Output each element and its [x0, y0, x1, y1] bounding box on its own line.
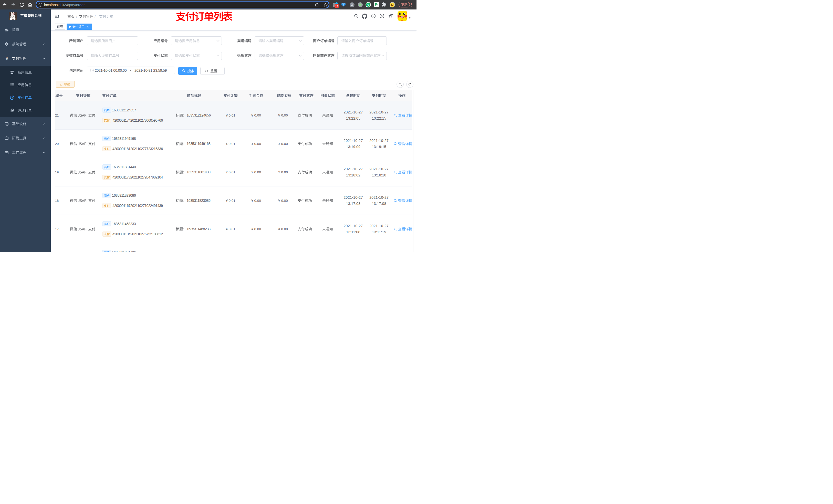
svg-text:¥: ¥	[11, 96, 13, 99]
svg-text:⌘: ⌘	[351, 3, 354, 6]
svg-text:¥: ¥	[5, 56, 8, 61]
svg-text:y: y	[367, 3, 369, 6]
